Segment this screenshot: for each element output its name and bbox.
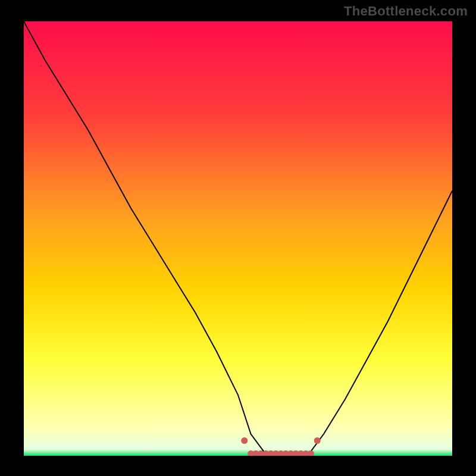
plot-area xyxy=(24,21,452,456)
bottleneck-chart xyxy=(24,21,452,456)
chart-frame: TheBottleneck.com xyxy=(0,0,476,476)
svg-point-13 xyxy=(241,437,248,444)
watermark-text: TheBottleneck.com xyxy=(344,4,468,19)
svg-point-14 xyxy=(314,437,321,444)
gradient-background xyxy=(24,21,452,456)
